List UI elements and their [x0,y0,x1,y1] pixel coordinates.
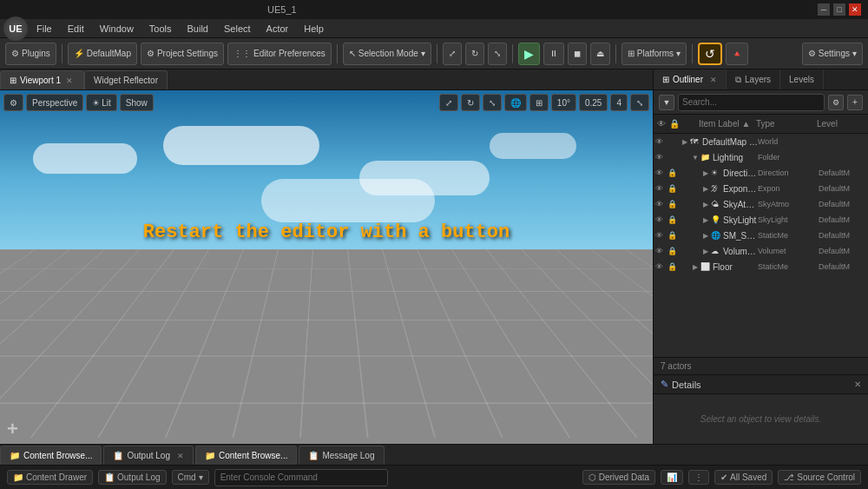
tree-row[interactable]: 👁🔒▶⬜FloorStaticMeDefaultM [654,259,868,274]
vis-toggle[interactable]: 👁 [655,184,667,193]
menu-help[interactable]: Help [297,22,331,36]
lock-toggle[interactable]: 🔒 [667,184,680,193]
menu-actor[interactable]: Actor [260,22,296,36]
lock-toggle[interactable]: 🔒 [667,247,680,255]
vp-translate-btn[interactable]: ⤢ [439,94,458,111]
menu-build[interactable]: Build [181,22,215,36]
tree-row[interactable]: 👁🔒▶💡SkyLightSkyLightDefaultM [654,212,868,228]
all-saved-btn[interactable]: ✔ All Saved [714,470,773,485]
vp-snap-dist-btn[interactable]: 0.25 [579,94,608,111]
vis-toggle[interactable]: 👁 [655,137,667,146]
vis-toggle[interactable]: 👁 [655,153,667,162]
vis-toggle[interactable]: 👁 [655,215,667,224]
outliner-filter-btn[interactable]: ▼ [659,95,674,110]
viewport-tab-close[interactable]: ✕ [64,76,75,86]
level-header[interactable]: Level [817,119,865,129]
tree-arrow[interactable]: ▶ [690,263,700,271]
maximize-btn[interactable]: □ [833,3,845,16]
eject-btn[interactable]: ⏏ [590,43,610,65]
lock-toggle[interactable]: 🔒 [667,169,680,177]
menu-edit[interactable]: Edit [61,22,91,36]
restart-editor-button[interactable]: ↺ [698,43,722,65]
derived-data-btn[interactable]: ⬡ Derived Data [582,470,655,485]
cmd-btn[interactable]: Cmd ▾ [172,470,209,485]
viewport[interactable]: Restart the editor with a button ⚙ Persp… [0,90,653,444]
platforms-button[interactable]: ⊞ Platforms ▾ [621,43,687,65]
tree-row[interactable]: 👁🔒▶🌤SkyAtmospherSkyAtmoDefaultM [654,196,868,212]
content-browser-tab-1[interactable]: 📁 Content Browse... [0,446,102,465]
output-log-tab-close[interactable]: ✕ [177,452,184,460]
details-close-btn[interactable]: ✕ [854,380,861,389]
lock-toggle[interactable]: 🔒 [667,262,680,271]
plugins-button[interactable]: ⚙ Plugins [5,43,56,65]
settings-button[interactable]: ⚙ Settings ▾ [802,43,863,65]
menu-window[interactable]: Window [93,22,141,36]
project-settings-button[interactable]: ⚙ Project Settings [141,43,224,65]
outliner-add-btn[interactable]: + [847,95,863,110]
vis-toggle[interactable]: 👁 [655,231,667,240]
layers-tab[interactable]: ⧉ Layers [727,69,780,89]
vp-snap-angle-btn[interactable]: 10° [551,94,576,111]
stats-btn[interactable]: 📊 [661,470,683,485]
message-log-tab[interactable]: 📋 Message Log [299,446,384,465]
outliner-tab[interactable]: ⊞ Outliner ✕ [654,69,727,89]
editor-prefs-button[interactable]: ⋮⋮ Editor Preferences [227,43,332,65]
type-header[interactable]: Type [756,119,817,129]
tree-arrow[interactable]: ▶ [700,216,711,224]
content-browser-tab-2[interactable]: 📁 Content Browse... [195,446,297,465]
more-btn[interactable]: ⋮ [688,470,709,485]
tree-arrow[interactable]: ▼ [690,154,700,162]
levels-tab[interactable]: Levels [780,69,824,89]
vp-world-btn[interactable]: 🌐 [504,94,527,111]
tree-arrow[interactable]: ▶ [700,169,711,177]
outliner-settings-btn[interactable]: ⚙ [828,95,844,110]
vis-toggle[interactable]: 👁 [655,169,667,177]
viewport-tab[interactable]: ⊞ Viewport 1 ✕ [0,70,84,89]
vp-scale-btn[interactable]: ⤡ [483,94,502,111]
tree-row[interactable]: 👁🔒▶☁VolumetricClVolumetDefaultM [654,243,868,259]
vis-toggle[interactable]: 👁 [655,262,667,271]
vp-rotate-btn[interactable]: ↻ [461,94,480,111]
snap-rotate-btn[interactable]: ↻ [465,43,484,65]
tree-row[interactable]: 👁🔒▶☀DirectionalLicDirectionDefaultM [654,165,868,181]
snap-translate-btn[interactable]: ⤢ [443,43,462,65]
widget-reflector-tab[interactable]: Widget Reflector [84,70,168,89]
show-btn[interactable]: Show [120,94,154,111]
outliner-search-input[interactable] [678,94,825,111]
ue-logo[interactable]: UE [3,17,28,41]
item-label-header[interactable]: Item Label ▲ [681,119,756,129]
vis-toggle[interactable]: 👁 [655,247,667,255]
tree-arrow[interactable]: ▶ [700,232,711,240]
menu-tools[interactable]: Tools [142,22,179,36]
perspective-btn[interactable]: Perspective [26,94,83,111]
tree-arrow[interactable]: ▶ [680,138,690,146]
tree-row[interactable]: 👁🔒▶🌫ExponentialHExponDefaultM [654,181,868,196]
menu-select[interactable]: Select [217,22,258,36]
content-drawer-btn[interactable]: 📁 Content Drawer [7,470,93,485]
tree-row[interactable]: 👁🔒▶🌐SM_SkySpherStaticMeDefaultM [654,228,868,243]
snap-scale-btn[interactable]: ⤡ [488,43,507,65]
close-btn[interactable]: ✕ [849,3,861,16]
lock-toggle[interactable]: 🔒 [667,200,680,208]
stop-btn[interactable]: ◼ [568,43,587,65]
lock-toggle[interactable]: 🔒 [667,215,680,224]
defaultmap-button[interactable]: ⚡ DefaultMap [68,43,137,65]
build-btn[interactable]: 🔺 [726,43,748,65]
vp-maximize-btn[interactable]: ⤡ [630,94,649,111]
vp-snap-scale-btn[interactable]: 4 [610,94,628,111]
lock-toggle[interactable]: 🔒 [667,231,680,240]
tree-arrow[interactable]: ▶ [700,185,711,193]
tree-row[interactable]: 👁▼📁LightingFolder [654,149,868,165]
vis-toggle[interactable]: 👁 [655,200,667,208]
vp-grid-btn[interactable]: ⊞ [529,94,549,111]
outliner-tab-close[interactable]: ✕ [710,76,717,84]
play-btn[interactable]: ▶ [518,43,540,65]
tree-row[interactable]: 👁▶🗺DefaultMap (EditoWorld [654,134,868,149]
lit-btn[interactable]: ☀ Lit [86,94,117,111]
source-control-btn[interactable]: ⎇ Source Control [778,470,861,485]
output-log-btn[interactable]: 📋 Output Log [98,470,166,485]
minimize-btn[interactable]: ─ [818,3,830,16]
menu-file[interactable]: File [30,22,59,36]
selection-mode-button[interactable]: ↖ Selection Mode ▾ [343,43,431,65]
pause-btn[interactable]: ⏸ [543,43,564,65]
